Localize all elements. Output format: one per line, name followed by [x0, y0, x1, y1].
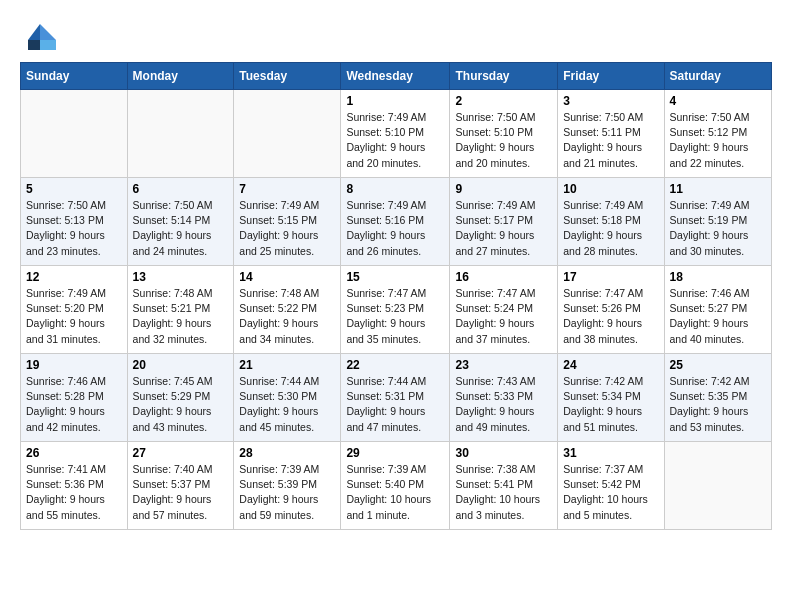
calendar-cell	[234, 90, 341, 178]
day-number: 23	[455, 358, 552, 372]
day-info: Sunrise: 7:49 AM Sunset: 5:10 PM Dayligh…	[346, 110, 444, 171]
calendar-cell: 15Sunrise: 7:47 AM Sunset: 5:23 PM Dayli…	[341, 266, 450, 354]
weekday-saturday: Saturday	[664, 63, 772, 90]
day-info: Sunrise: 7:44 AM Sunset: 5:30 PM Dayligh…	[239, 374, 335, 435]
day-number: 6	[133, 182, 229, 196]
calendar-cell: 28Sunrise: 7:39 AM Sunset: 5:39 PM Dayli…	[234, 442, 341, 530]
day-info: Sunrise: 7:48 AM Sunset: 5:21 PM Dayligh…	[133, 286, 229, 347]
day-number: 11	[670, 182, 767, 196]
day-number: 18	[670, 270, 767, 284]
calendar-cell: 18Sunrise: 7:46 AM Sunset: 5:27 PM Dayli…	[664, 266, 772, 354]
day-info: Sunrise: 7:40 AM Sunset: 5:37 PM Dayligh…	[133, 462, 229, 523]
calendar-body: 1Sunrise: 7:49 AM Sunset: 5:10 PM Daylig…	[21, 90, 772, 530]
day-info: Sunrise: 7:42 AM Sunset: 5:34 PM Dayligh…	[563, 374, 658, 435]
day-info: Sunrise: 7:49 AM Sunset: 5:17 PM Dayligh…	[455, 198, 552, 259]
calendar-cell: 24Sunrise: 7:42 AM Sunset: 5:34 PM Dayli…	[558, 354, 664, 442]
calendar-cell: 11Sunrise: 7:49 AM Sunset: 5:19 PM Dayli…	[664, 178, 772, 266]
svg-marker-1	[28, 24, 40, 40]
weekday-header-row: SundayMondayTuesdayWednesdayThursdayFrid…	[21, 63, 772, 90]
calendar-cell: 14Sunrise: 7:48 AM Sunset: 5:22 PM Dayli…	[234, 266, 341, 354]
calendar-cell	[21, 90, 128, 178]
day-info: Sunrise: 7:49 AM Sunset: 5:18 PM Dayligh…	[563, 198, 658, 259]
day-info: Sunrise: 7:41 AM Sunset: 5:36 PM Dayligh…	[26, 462, 122, 523]
day-number: 8	[346, 182, 444, 196]
day-number: 15	[346, 270, 444, 284]
day-info: Sunrise: 7:48 AM Sunset: 5:22 PM Dayligh…	[239, 286, 335, 347]
day-number: 16	[455, 270, 552, 284]
day-number: 26	[26, 446, 122, 460]
day-number: 7	[239, 182, 335, 196]
calendar-cell: 7Sunrise: 7:49 AM Sunset: 5:15 PM Daylig…	[234, 178, 341, 266]
day-info: Sunrise: 7:47 AM Sunset: 5:23 PM Dayligh…	[346, 286, 444, 347]
calendar-table: SundayMondayTuesdayWednesdayThursdayFrid…	[20, 62, 772, 530]
calendar-cell	[127, 90, 234, 178]
calendar-cell: 27Sunrise: 7:40 AM Sunset: 5:37 PM Dayli…	[127, 442, 234, 530]
day-number: 24	[563, 358, 658, 372]
calendar-cell: 10Sunrise: 7:49 AM Sunset: 5:18 PM Dayli…	[558, 178, 664, 266]
svg-marker-0	[40, 24, 56, 40]
day-info: Sunrise: 7:50 AM Sunset: 5:13 PM Dayligh…	[26, 198, 122, 259]
calendar-cell: 16Sunrise: 7:47 AM Sunset: 5:24 PM Dayli…	[450, 266, 558, 354]
day-info: Sunrise: 7:49 AM Sunset: 5:19 PM Dayligh…	[670, 198, 767, 259]
day-info: Sunrise: 7:44 AM Sunset: 5:31 PM Dayligh…	[346, 374, 444, 435]
day-info: Sunrise: 7:49 AM Sunset: 5:15 PM Dayligh…	[239, 198, 335, 259]
day-info: Sunrise: 7:50 AM Sunset: 5:11 PM Dayligh…	[563, 110, 658, 171]
week-row-0: 1Sunrise: 7:49 AM Sunset: 5:10 PM Daylig…	[21, 90, 772, 178]
day-number: 30	[455, 446, 552, 460]
day-number: 27	[133, 446, 229, 460]
day-info: Sunrise: 7:50 AM Sunset: 5:12 PM Dayligh…	[670, 110, 767, 171]
calendar-cell: 19Sunrise: 7:46 AM Sunset: 5:28 PM Dayli…	[21, 354, 128, 442]
logo-icon	[20, 22, 56, 52]
weekday-friday: Friday	[558, 63, 664, 90]
calendar-cell: 30Sunrise: 7:38 AM Sunset: 5:41 PM Dayli…	[450, 442, 558, 530]
calendar-cell	[664, 442, 772, 530]
day-number: 19	[26, 358, 122, 372]
day-info: Sunrise: 7:38 AM Sunset: 5:41 PM Dayligh…	[455, 462, 552, 523]
day-number: 29	[346, 446, 444, 460]
weekday-sunday: Sunday	[21, 63, 128, 90]
day-info: Sunrise: 7:39 AM Sunset: 5:39 PM Dayligh…	[239, 462, 335, 523]
day-info: Sunrise: 7:50 AM Sunset: 5:14 PM Dayligh…	[133, 198, 229, 259]
calendar-cell: 2Sunrise: 7:50 AM Sunset: 5:10 PM Daylig…	[450, 90, 558, 178]
week-row-4: 26Sunrise: 7:41 AM Sunset: 5:36 PM Dayli…	[21, 442, 772, 530]
day-info: Sunrise: 7:50 AM Sunset: 5:10 PM Dayligh…	[455, 110, 552, 171]
day-number: 20	[133, 358, 229, 372]
svg-marker-3	[40, 40, 56, 50]
day-info: Sunrise: 7:49 AM Sunset: 5:16 PM Dayligh…	[346, 198, 444, 259]
day-info: Sunrise: 7:46 AM Sunset: 5:28 PM Dayligh…	[26, 374, 122, 435]
day-number: 5	[26, 182, 122, 196]
day-number: 13	[133, 270, 229, 284]
day-number: 9	[455, 182, 552, 196]
day-number: 22	[346, 358, 444, 372]
day-number: 25	[670, 358, 767, 372]
calendar-cell: 31Sunrise: 7:37 AM Sunset: 5:42 PM Dayli…	[558, 442, 664, 530]
week-row-3: 19Sunrise: 7:46 AM Sunset: 5:28 PM Dayli…	[21, 354, 772, 442]
weekday-monday: Monday	[127, 63, 234, 90]
day-info: Sunrise: 7:45 AM Sunset: 5:29 PM Dayligh…	[133, 374, 229, 435]
calendar-cell: 17Sunrise: 7:47 AM Sunset: 5:26 PM Dayli…	[558, 266, 664, 354]
calendar-cell: 25Sunrise: 7:42 AM Sunset: 5:35 PM Dayli…	[664, 354, 772, 442]
week-row-2: 12Sunrise: 7:49 AM Sunset: 5:20 PM Dayli…	[21, 266, 772, 354]
weekday-wednesday: Wednesday	[341, 63, 450, 90]
calendar-cell: 12Sunrise: 7:49 AM Sunset: 5:20 PM Dayli…	[21, 266, 128, 354]
day-number: 31	[563, 446, 658, 460]
day-info: Sunrise: 7:39 AM Sunset: 5:40 PM Dayligh…	[346, 462, 444, 523]
day-info: Sunrise: 7:43 AM Sunset: 5:33 PM Dayligh…	[455, 374, 552, 435]
calendar-cell: 29Sunrise: 7:39 AM Sunset: 5:40 PM Dayli…	[341, 442, 450, 530]
header	[20, 18, 772, 52]
calendar-cell: 8Sunrise: 7:49 AM Sunset: 5:16 PM Daylig…	[341, 178, 450, 266]
weekday-thursday: Thursday	[450, 63, 558, 90]
day-number: 21	[239, 358, 335, 372]
calendar-cell: 1Sunrise: 7:49 AM Sunset: 5:10 PM Daylig…	[341, 90, 450, 178]
day-info: Sunrise: 7:47 AM Sunset: 5:24 PM Dayligh…	[455, 286, 552, 347]
day-info: Sunrise: 7:37 AM Sunset: 5:42 PM Dayligh…	[563, 462, 658, 523]
calendar-cell: 13Sunrise: 7:48 AM Sunset: 5:21 PM Dayli…	[127, 266, 234, 354]
page: SundayMondayTuesdayWednesdayThursdayFrid…	[0, 0, 792, 544]
day-info: Sunrise: 7:49 AM Sunset: 5:20 PM Dayligh…	[26, 286, 122, 347]
day-info: Sunrise: 7:47 AM Sunset: 5:26 PM Dayligh…	[563, 286, 658, 347]
day-number: 2	[455, 94, 552, 108]
calendar-cell: 23Sunrise: 7:43 AM Sunset: 5:33 PM Dayli…	[450, 354, 558, 442]
calendar-cell: 26Sunrise: 7:41 AM Sunset: 5:36 PM Dayli…	[21, 442, 128, 530]
calendar-cell: 21Sunrise: 7:44 AM Sunset: 5:30 PM Dayli…	[234, 354, 341, 442]
day-number: 14	[239, 270, 335, 284]
